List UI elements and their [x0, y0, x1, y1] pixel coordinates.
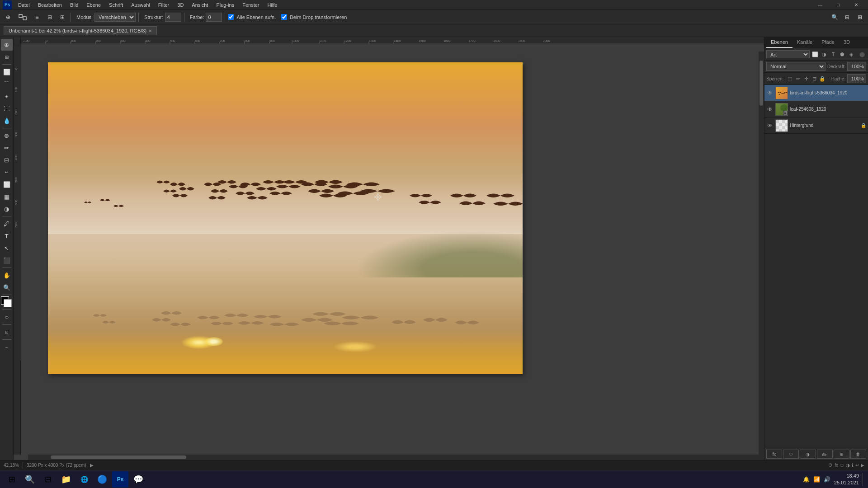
tab-pfade[interactable]: Pfade	[817, 37, 839, 48]
align-btn[interactable]: ≡	[32, 12, 42, 23]
mask-panel-btn[interactable]: ⬭	[840, 463, 844, 468]
lock-image-btn[interactable]: ✏	[794, 75, 802, 82]
layer-fx-btn[interactable]: fx	[766, 450, 782, 459]
menu-filter[interactable]: Filter	[155, 1, 173, 9]
start-button[interactable]: ⊞	[4, 471, 20, 488]
document-tab[interactable]: Unbenannt-1 bei 42,2% (birds-in-flight-5…	[4, 26, 157, 35]
artboard-tool[interactable]: ⊞	[1, 51, 13, 63]
menu-hilfe[interactable]: Hilfe	[264, 1, 281, 9]
layer-filter-pixel-btn[interactable]: ⬜	[811, 50, 819, 58]
menu-3d[interactable]: 3D	[174, 1, 187, 9]
auto-select-btn[interactable]: ⊞	[57, 12, 68, 23]
lock-all-btn[interactable]: 🔒	[819, 75, 826, 82]
move-tool[interactable]: ⊕	[1, 39, 13, 51]
actions-panel-btn[interactable]: ▶	[861, 463, 864, 468]
layer-filter-adj-btn[interactable]: ◑	[820, 50, 828, 58]
adj-panel-btn[interactable]: ◑	[846, 463, 850, 468]
minimize-button[interactable]: —	[811, 0, 829, 10]
path-select-tool[interactable]: ↖	[1, 242, 13, 254]
v-scroll-thumb[interactable]	[760, 61, 763, 106]
layer-kind-select[interactable]: Art	[766, 50, 810, 58]
object-select-tool[interactable]: ◈	[1, 90, 13, 102]
opacity-input[interactable]	[847, 62, 866, 71]
layer-filter-type-btn[interactable]: T	[829, 50, 837, 58]
quick-mask-tool[interactable]: ⬭	[1, 311, 13, 323]
tab-close-btn[interactable]: ✕	[148, 28, 152, 33]
tab-3d[interactable]: 3D	[839, 37, 854, 48]
lasso-tool[interactable]: ⌒	[1, 78, 13, 90]
layer-item-background[interactable]: 👁	[764, 117, 868, 134]
shape-tool[interactable]: ⬛	[1, 254, 13, 266]
menu-ebene[interactable]: Ebene	[83, 1, 104, 9]
add-mask-btn[interactable]: ⬭	[783, 450, 799, 459]
volume-btn[interactable]: 🔊	[824, 476, 830, 483]
fill-input[interactable]	[847, 74, 866, 83]
layer-filter-shape-btn[interactable]: ⬟	[838, 50, 846, 58]
struktur-input[interactable]	[165, 13, 181, 22]
vertical-scrollbar[interactable]	[759, 52, 764, 455]
delete-layer-btn[interactable]: 🗑	[850, 450, 866, 459]
menu-ansicht[interactable]: Ansicht	[188, 1, 212, 9]
layer-visibility-leaf[interactable]: 👁	[766, 106, 774, 113]
tab-ebenen[interactable]: Ebenen	[766, 37, 793, 48]
crop-tool[interactable]: ⛶	[1, 103, 13, 114]
status-arrow[interactable]: ▶	[90, 463, 94, 468]
other-app-btn[interactable]: 💬	[130, 471, 146, 488]
layer-filter-smartobj-btn[interactable]: ◈	[847, 50, 855, 58]
color-chips[interactable]	[1, 296, 13, 308]
marquee-tool[interactable]: ⬜	[1, 66, 13, 78]
layer-item-birds[interactable]: 👁	[764, 85, 868, 101]
brush-tool[interactable]: ✏	[1, 142, 13, 154]
horizontal-scrollbar[interactable]	[28, 455, 764, 460]
history-brush-tool[interactable]: ↩	[1, 166, 13, 178]
timeline-btn[interactable]: ⏱	[828, 463, 833, 468]
tab-kanaele[interactable]: Kanäle	[793, 37, 817, 48]
info-panel-btn[interactable]: ℹ	[852, 463, 854, 468]
edge-btn[interactable]: 🌐	[76, 471, 92, 488]
stamp-tool[interactable]: ⊟	[1, 154, 13, 166]
layout-btn[interactable]: ⊞	[854, 12, 865, 23]
eyedropper-tool[interactable]: 💧	[1, 115, 13, 127]
beim-drop-check[interactable]: Beim Drop transformieren	[281, 14, 347, 20]
search-taskbar-btn[interactable]: 🔍	[22, 471, 38, 488]
menu-plugins[interactable]: Plug-ins	[212, 1, 238, 9]
ps-btn[interactable]: Ps	[112, 471, 128, 488]
eraser-tool[interactable]: ⬜	[1, 178, 13, 190]
menu-fenster[interactable]: Fenster	[239, 1, 263, 9]
screen-mode-btn[interactable]: ⊡	[1, 326, 13, 338]
new-group-btn[interactable]: 🗁	[817, 450, 833, 459]
close-button[interactable]: ✕	[847, 0, 865, 10]
new-layer-btn[interactable]: ⊕	[834, 450, 849, 459]
menu-bearbeiten[interactable]: Bearbeiten	[34, 1, 66, 9]
notification-btn[interactable]: 🔔	[803, 476, 810, 483]
fx-btn[interactable]: fx	[835, 463, 838, 468]
menu-schrift[interactable]: Schrift	[105, 1, 127, 9]
type-tool[interactable]: T	[1, 230, 13, 242]
new-adj-layer-btn[interactable]: ◑	[800, 450, 816, 459]
move-tool-btn[interactable]: ⊕	[3, 12, 14, 23]
network-btn[interactable]: 📶	[813, 476, 820, 483]
pen-tool[interactable]: 🖊	[1, 218, 13, 230]
menu-bild[interactable]: Bild	[66, 1, 82, 9]
hand-tool[interactable]: ✋	[1, 269, 13, 281]
show-desktop-btn[interactable]	[863, 473, 864, 486]
layer-filter-toggle-btn[interactable]: ⬤	[858, 50, 866, 58]
transform-options-btn[interactable]	[15, 12, 30, 23]
healing-brush-tool[interactable]: ⊗	[1, 130, 13, 141]
lock-transparent-btn[interactable]: ⬚	[786, 75, 793, 82]
extra-tools-btn[interactable]: ···	[1, 341, 13, 353]
task-view-btn[interactable]: ⊟	[40, 471, 56, 488]
zoom-tool[interactable]: 🔍	[1, 282, 13, 293]
search-btn[interactable]: 🔍	[829, 12, 840, 23]
farbe-input[interactable]	[206, 13, 222, 22]
maximize-button[interactable]: □	[829, 0, 847, 10]
canvas-viewport[interactable]	[21, 44, 764, 460]
chrome-btn[interactable]: 🔵	[94, 471, 110, 488]
layer-visibility-birds[interactable]: 👁	[766, 89, 774, 97]
lock-artboard-btn[interactable]: ⊟	[811, 75, 818, 82]
distribute-btn[interactable]: ⊟	[44, 12, 55, 23]
alle-ebenen-check[interactable]: Alle Ebenen aufn.	[228, 14, 276, 20]
h-scroll-thumb[interactable]	[51, 455, 186, 459]
gradient-tool[interactable]: ▦	[1, 191, 13, 202]
lock-position-btn[interactable]: ✛	[802, 75, 810, 82]
